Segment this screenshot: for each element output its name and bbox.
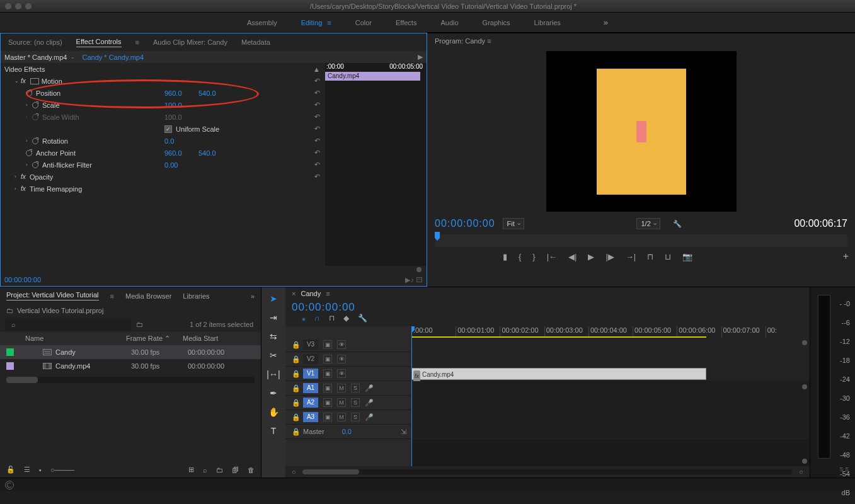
eye-toggle[interactable]: 👁 (337, 369, 346, 378)
selection-tool-icon[interactable]: ➤ (270, 294, 277, 304)
goto-in-icon[interactable]: |← (547, 252, 557, 261)
label-swatch[interactable] (6, 348, 14, 356)
uniform-checkbox[interactable] (164, 125, 172, 133)
track-toggle[interactable]: A2 (303, 398, 318, 408)
lock-icon[interactable]: 🔒 (292, 413, 298, 421)
lift-icon[interactable]: ⊓ (647, 252, 653, 261)
program-tc-out[interactable]: 00:00:06:17 (794, 218, 847, 229)
ws-color[interactable]: Color (355, 19, 372, 26)
hand-tool-icon[interactable]: ✋ (268, 407, 279, 417)
zoom-in-icon[interactable]: ○ (799, 468, 803, 476)
m-toggle[interactable]: M (337, 398, 346, 407)
filter-bin-icon[interactable]: 🗀 (136, 321, 143, 328)
s-toggle[interactable]: S (351, 398, 360, 407)
bracket-out-icon[interactable]: } (532, 252, 535, 261)
lock-icon[interactable]: 🔒 (292, 355, 298, 364)
bin-row[interactable]: 🗀Vertical Video Tutorial.prproj (0, 304, 261, 317)
flicker-value[interactable]: 0.00 (164, 161, 178, 169)
lock-icon[interactable]: 🔓 (6, 466, 15, 474)
max-dot[interactable] (25, 3, 32, 9)
col-name[interactable]: Name (6, 335, 126, 343)
rotation-value[interactable]: 0.0 (164, 137, 174, 145)
tl-menu-icon[interactable]: ≡ (326, 290, 330, 297)
project-search[interactable]: ⌕ (5, 318, 131, 331)
master-clip-label[interactable]: Master * Candy.mp4 (4, 54, 67, 61)
mic-icon[interactable]: 🎤 (365, 399, 374, 407)
track-v1[interactable]: Candy.mp4 (411, 367, 810, 381)
timeline-timecode[interactable]: 00:00:00:00 (292, 301, 355, 314)
position-row[interactable]: Position960.0540.0↶ (1, 87, 325, 99)
new-item-icon[interactable]: 🗐 (232, 466, 239, 474)
stopwatch-icon[interactable] (32, 162, 38, 168)
solo-label[interactable]: S S (839, 466, 849, 472)
master-value[interactable]: 0.0 (342, 428, 352, 435)
atrack-header[interactable]: 🔒A3▣MS🎤 (285, 410, 411, 425)
mute-toggle[interactable]: ▣ (323, 413, 332, 421)
col-framerate[interactable]: Frame Rate ⌃ (126, 335, 183, 343)
stopwatch-icon[interactable] (26, 150, 32, 156)
m-toggle[interactable]: M (337, 413, 346, 421)
s-toggle[interactable]: S (351, 384, 360, 392)
lock-icon[interactable]: 🔒 (292, 399, 298, 407)
vtrack-header[interactable]: 🔒V3▣👁 (285, 338, 411, 352)
ws-libraries[interactable]: Libraries (534, 19, 561, 26)
track-toggle[interactable]: V2 (303, 354, 318, 364)
creative-cloud-icon[interactable] (5, 481, 14, 490)
atrack-header[interactable]: 🔒A1▣MS🎤 (285, 381, 411, 396)
stopwatch-icon[interactable] (26, 90, 32, 96)
timeline-clip[interactable]: Candy.mp4 (411, 368, 706, 380)
project-row[interactable]: Candy30.00 fps00:00:00:00 (0, 345, 261, 359)
settings-icon[interactable]: 🔧 (358, 314, 367, 323)
proj-overflow-icon[interactable]: » (251, 292, 255, 300)
track-v2[interactable] (411, 352, 810, 367)
bracket-in-icon[interactable]: { (519, 252, 521, 261)
master-track-row[interactable]: 🔒Master0.0⇲ (285, 425, 411, 439)
razor-tool-icon[interactable]: ✂ (270, 350, 277, 360)
tab-effect-controls[interactable]: Effect Controls (76, 38, 122, 47)
proj-menu-icon[interactable]: ≡ (110, 292, 114, 300)
reset-uniform-icon[interactable]: ↶ (314, 125, 320, 133)
clip-target-label[interactable]: Candy * Candy.mp4 (82, 54, 144, 61)
track-a2[interactable] (411, 396, 810, 410)
scale-value[interactable]: 100.0 (164, 101, 182, 109)
reset-scale-icon[interactable]: ↶ (314, 101, 320, 109)
track-master[interactable] (411, 425, 810, 439)
program-tc-in[interactable]: 00:00:00:00 (435, 218, 495, 229)
ec-play-icon[interactable]: ▶ (418, 53, 423, 61)
min-dot[interactable] (15, 3, 21, 9)
find-icon[interactable]: ⌕ (203, 466, 207, 474)
ws-effects[interactable]: Effects (396, 19, 416, 26)
program-monitor[interactable] (546, 51, 737, 212)
tab-metadata[interactable]: Metadata (241, 38, 270, 46)
lock-icon[interactable]: 🔒 (292, 384, 298, 392)
ws-editing[interactable]: Editing (301, 19, 323, 26)
atrack-header[interactable]: 🔒A2▣MS🎤 (285, 396, 411, 410)
mute-toggle[interactable]: ▣ (323, 398, 332, 407)
track-toggle[interactable]: V3 (303, 340, 318, 350)
zoom-out-icon[interactable]: ○ (292, 468, 296, 476)
sequence-name[interactable]: Candy (301, 290, 321, 297)
close-dot[interactable] (5, 3, 11, 9)
mute-toggle[interactable]: ▣ (323, 355, 332, 364)
program-menu-icon[interactable]: ≡ (487, 37, 491, 45)
export-frame-icon[interactable]: 📷 (682, 252, 692, 261)
reset-position-icon[interactable]: ↶ (314, 89, 320, 97)
scale-row[interactable]: ›Scale100.0↶ (1, 99, 325, 111)
reset-rotation-icon[interactable]: ↶ (314, 137, 320, 145)
lock-icon[interactable]: 🔒 (292, 428, 298, 436)
magnet-icon[interactable]: ∩ (314, 314, 320, 323)
mute-toggle[interactable]: ▣ (323, 384, 332, 392)
project-row[interactable]: Candy.mp430.00 fps00:00:00:00 (0, 359, 261, 373)
reset-opacity-icon[interactable]: ↶ (314, 173, 320, 181)
new-bin-icon[interactable]: 🗀 (216, 466, 223, 474)
vtrack-header[interactable]: 🔒V1▣👁 (285, 367, 411, 381)
stopwatch-icon[interactable] (32, 138, 38, 144)
col-mediastart[interactable]: Media Start (183, 335, 255, 343)
anchor-y[interactable]: 540.0 (198, 149, 216, 157)
tab-project[interactable]: Project: Vertical Video Tutorial (6, 291, 99, 301)
ws-audio[interactable]: Audio (440, 19, 458, 26)
extract-icon[interactable]: ⊔ (665, 252, 671, 261)
pen-tool-icon[interactable]: ✒ (270, 388, 277, 398)
stopwatch-icon[interactable] (32, 102, 38, 108)
scroll-thumb[interactable] (416, 267, 422, 272)
